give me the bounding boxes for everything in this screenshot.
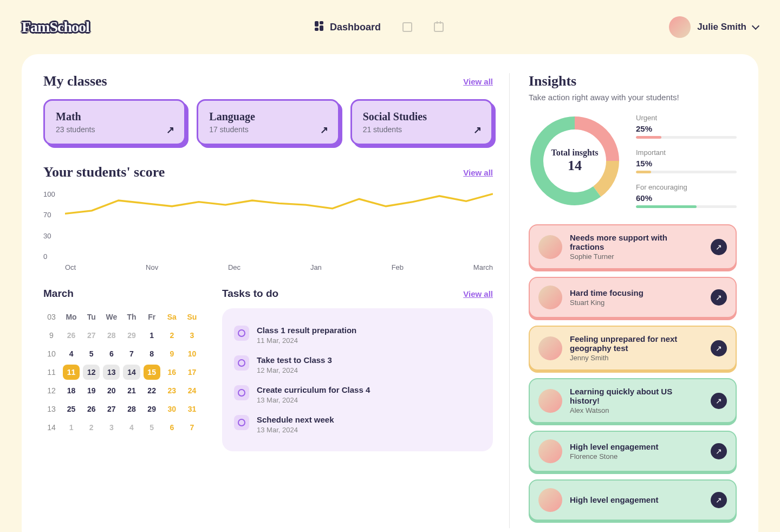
student-avatar [538,286,562,309]
class-students: 17 students [209,125,327,134]
student-name: Jenny Smith [570,354,703,362]
calendar-day[interactable]: 7 [123,346,140,361]
student-name: Florence Stone [570,452,703,460]
calendar-day[interactable]: 9 [164,346,180,361]
stat-value: 25% [636,124,737,133]
insight-arrow-button[interactable]: ↗ [711,340,727,356]
calendar-day[interactable]: 31 [184,401,200,417]
calendar-day[interactable]: 17 [184,365,200,380]
scores-title: Your students' score [43,164,165,180]
calendar-day[interactable]: 4 [123,420,140,435]
task-checkbox[interactable] [234,415,249,430]
insight-arrow-button[interactable]: ↗ [711,289,727,306]
calendar-day[interactable]: 1 [63,420,80,435]
insight-card[interactable]: Feeling unprepared for next geography te… [529,326,737,371]
task-item: Take test to Class 3 12 Mar, 2024 [234,350,481,380]
calendar-day[interactable]: 26 [63,328,80,343]
tasks-title: Tasks to do [222,288,278,300]
insight-stat: Important 15% [636,148,737,173]
calendar-day[interactable]: 4 [63,346,80,361]
calendar-day[interactable]: 6 [164,420,180,435]
calendar-day[interactable]: 25 [63,401,80,417]
task-title: Class 1 result preparation [257,326,481,335]
calendar-day[interactable]: 22 [144,383,160,398]
insight-arrow-button[interactable]: ↗ [711,393,727,409]
donut-label: Total insghts [551,148,599,158]
insight-card[interactable]: Hard time focusing Stuart King ↗ [529,277,737,318]
insight-text: High level engagement [570,495,703,504]
calendar-day[interactable]: 2 [83,420,100,435]
insight-arrow-button[interactable]: ↗ [711,443,727,459]
insight-card[interactable]: Learning quickly about US history! Alex … [529,378,737,423]
class-name: Language [209,111,327,123]
stat-label: For encouraging [636,183,737,191]
calendar-day[interactable]: 13 [103,365,120,380]
calendar-day[interactable]: 24 [184,383,200,398]
calendar-day[interactable]: 26 [83,401,100,417]
calendar-day[interactable]: 20 [103,383,120,398]
class-card-2[interactable]: Social Studies 21 students ↗ [350,99,493,145]
calendar-day[interactable]: 12 [83,365,100,380]
class-card-0[interactable]: Math 23 students ↗ [43,99,186,145]
insight-card[interactable]: High level engagement ↗ [529,479,737,521]
insights-title: Insights [529,73,737,89]
calendar-day[interactable]: 19 [83,383,100,398]
calendar-day[interactable]: 16 [164,365,180,380]
user-menu[interactable]: Julie Smith [669,16,758,38]
insights-subtitle: Take action right away with your student… [529,93,737,102]
calendar-day[interactable]: 3 [184,328,200,343]
student-name: Sophie Turner [570,252,703,261]
calendar-day[interactable]: 5 [144,420,160,435]
calendar-day[interactable]: 18 [63,383,80,398]
task-checkbox[interactable] [234,385,249,400]
insight-card[interactable]: High level engagement Florence Stone ↗ [529,431,737,472]
calendar-day[interactable]: 5 [83,346,100,361]
class-name: Social Studies [363,111,480,123]
calendar-day[interactable]: 6 [103,346,120,361]
calendar-day[interactable]: 21 [123,383,140,398]
nav-calendar[interactable] [434,22,444,32]
insight-card[interactable]: Needs more support with fractions Sophie… [529,224,737,269]
insight-stat: Urgent 25% [636,114,737,139]
scores-view-all[interactable]: View all [463,168,493,177]
calendar-day[interactable]: 27 [103,401,120,417]
nav-book[interactable] [402,22,412,32]
calendar-day[interactable]: 28 [123,401,140,417]
calendar-day[interactable]: 7 [184,420,200,435]
calendar-day[interactable]: 11 [63,365,80,380]
class-card-1[interactable]: Language 17 students ↗ [197,99,339,145]
calendar-day[interactable]: 28 [103,328,120,343]
class-students: 23 students [56,125,173,134]
calendar-day[interactable]: 29 [144,401,160,417]
insight-text: Hard time focusing [570,288,703,297]
insight-arrow-button[interactable]: ↗ [711,492,727,508]
task-title: Create curriculum for Class 4 [257,385,481,394]
calendar-day[interactable]: 3 [103,420,120,435]
task-checkbox[interactable] [234,355,249,371]
calendar-dow: Mo [63,309,80,325]
book-icon [402,22,412,32]
calendar-day[interactable]: 29 [123,328,140,343]
calendar-day[interactable]: 15 [144,365,160,380]
calendar-day[interactable]: 10 [184,346,200,361]
calendar-day[interactable]: 27 [83,328,100,343]
insight-arrow-button[interactable]: ↗ [711,239,727,255]
nav-dashboard[interactable]: Dashboard [315,21,381,34]
student-name: Stuart King [570,299,703,307]
calendar-day[interactable]: 23 [164,383,180,398]
tasks-view-all[interactable]: View all [463,289,493,299]
calendar-day[interactable]: 14 [123,365,140,380]
calendar-dow: Th [123,309,140,325]
task-title: Schedule next week [257,415,481,424]
calendar-day[interactable]: 2 [164,328,180,343]
chevron-down-icon [752,22,759,30]
student-avatar [538,389,562,413]
task-checkbox[interactable] [234,326,249,341]
svg-rect-0 [315,21,318,27]
calendar-day[interactable]: 8 [144,346,160,361]
calendar-day[interactable]: 1 [144,328,160,343]
user-avatar [669,16,691,38]
brand-logo[interactable]: FamSchool [22,18,89,36]
classes-view-all[interactable]: View all [463,77,493,86]
calendar-day[interactable]: 30 [164,401,180,417]
